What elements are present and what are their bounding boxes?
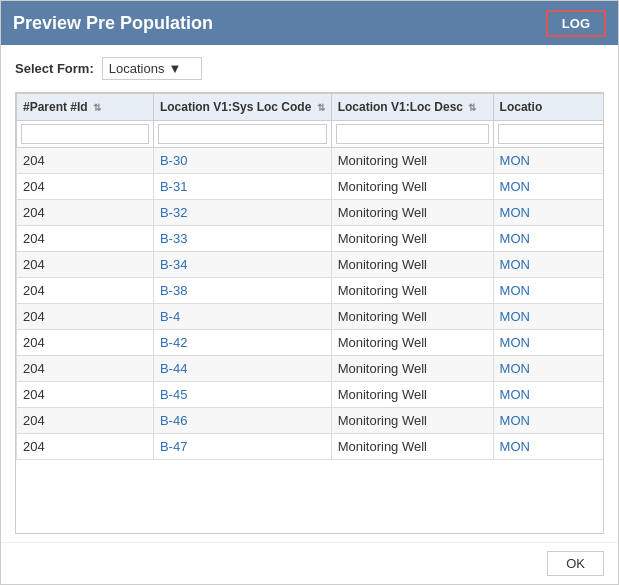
cell-parent-id: 204 (17, 382, 154, 408)
chevron-down-icon: ▼ (168, 61, 181, 76)
cell-loc-type: MON (493, 330, 604, 356)
cell-loc-type: MON (493, 382, 604, 408)
cell-loc-type: MON (493, 148, 604, 174)
modal-body: Select Form: Locations ▼ #Parent #Id ⇅ L… (1, 45, 618, 542)
cell-loc-desc: Monitoring Well (331, 226, 493, 252)
table-row: 204B-38Monitoring WellMON (17, 278, 605, 304)
cell-parent-id: 204 (17, 278, 154, 304)
cell-parent-id: 204 (17, 226, 154, 252)
col-loc-type-label: Locatio (500, 100, 543, 114)
col-sys-loc-code-label: Location V1:Sys Loc Code (160, 100, 311, 114)
cell-loc-type: MON (493, 174, 604, 200)
cell-loc-desc: Monitoring Well (331, 252, 493, 278)
log-button[interactable]: LOG (546, 10, 606, 37)
cell-sys-loc-code: B-30 (153, 148, 331, 174)
cell-parent-id: 204 (17, 434, 154, 460)
cell-loc-desc: Monitoring Well (331, 174, 493, 200)
cell-sys-loc-code: B-46 (153, 408, 331, 434)
cell-loc-type: MON (493, 408, 604, 434)
filter-loc-type[interactable] (498, 124, 604, 144)
col-loc-desc-label: Location V1:Loc Desc (338, 100, 463, 114)
ok-button[interactable]: OK (547, 551, 604, 576)
cell-parent-id: 204 (17, 330, 154, 356)
cell-parent-id: 204 (17, 148, 154, 174)
table-row: 204B-32Monitoring WellMON (17, 200, 605, 226)
cell-loc-type: MON (493, 278, 604, 304)
filter-parent-id[interactable] (21, 124, 149, 144)
cell-parent-id: 204 (17, 304, 154, 330)
modal-dialog: Preview Pre Population LOG Select Form: … (0, 0, 619, 585)
form-select[interactable]: Locations ▼ (102, 57, 202, 80)
table-row: 204B-47Monitoring WellMON (17, 434, 605, 460)
cell-loc-desc: Monitoring Well (331, 304, 493, 330)
cell-sys-loc-code: B-47 (153, 434, 331, 460)
table-row: 204B-34Monitoring WellMON (17, 252, 605, 278)
table-row: 204B-33Monitoring WellMON (17, 226, 605, 252)
cell-loc-desc: Monitoring Well (331, 278, 493, 304)
cell-parent-id: 204 (17, 174, 154, 200)
cell-sys-loc-code: B-45 (153, 382, 331, 408)
cell-loc-desc: Monitoring Well (331, 200, 493, 226)
filter-loc-desc[interactable] (336, 124, 489, 144)
form-select-value: Locations (109, 61, 165, 76)
col-parent-id-label: #Parent #Id (23, 100, 88, 114)
modal-title: Preview Pre Population (13, 13, 213, 34)
modal-footer: OK (1, 542, 618, 584)
cell-sys-loc-code: B-31 (153, 174, 331, 200)
table-filter-row (17, 121, 605, 148)
table-row: 204B-42Monitoring WellMON (17, 330, 605, 356)
cell-loc-type: MON (493, 226, 604, 252)
table-header-row: #Parent #Id ⇅ Location V1:Sys Loc Code ⇅… (17, 94, 605, 121)
cell-parent-id: 204 (17, 408, 154, 434)
col-sys-loc-code[interactable]: Location V1:Sys Loc Code ⇅ (153, 94, 331, 121)
col-loc-type[interactable]: Locatio (493, 94, 604, 121)
cell-loc-desc: Monitoring Well (331, 356, 493, 382)
cell-parent-id: 204 (17, 200, 154, 226)
cell-loc-desc: Monitoring Well (331, 148, 493, 174)
table-row: 204B-46Monitoring WellMON (17, 408, 605, 434)
cell-sys-loc-code: B-38 (153, 278, 331, 304)
cell-loc-type: MON (493, 434, 604, 460)
cell-loc-desc: Monitoring Well (331, 382, 493, 408)
data-table-container[interactable]: #Parent #Id ⇅ Location V1:Sys Loc Code ⇅… (15, 92, 604, 534)
sort-icon-parent-id: ⇅ (93, 102, 101, 113)
filter-sys-loc-code[interactable] (158, 124, 327, 144)
table-row: 204B-31Monitoring WellMON (17, 174, 605, 200)
table-row: 204B-30Monitoring WellMON (17, 148, 605, 174)
modal-header: Preview Pre Population LOG (1, 1, 618, 45)
cell-sys-loc-code: B-42 (153, 330, 331, 356)
cell-loc-type: MON (493, 200, 604, 226)
sort-icon-sys-loc-code: ⇅ (317, 102, 325, 113)
sort-icon-loc-desc: ⇅ (468, 102, 476, 113)
col-loc-desc[interactable]: Location V1:Loc Desc ⇅ (331, 94, 493, 121)
table-body: 204B-30Monitoring WellMON204B-31Monitori… (17, 148, 605, 460)
table-row: 204B-45Monitoring WellMON (17, 382, 605, 408)
cell-parent-id: 204 (17, 356, 154, 382)
cell-sys-loc-code: B-34 (153, 252, 331, 278)
cell-sys-loc-code: B-44 (153, 356, 331, 382)
form-label: Select Form: (15, 61, 94, 76)
data-table: #Parent #Id ⇅ Location V1:Sys Loc Code ⇅… (16, 93, 604, 460)
cell-loc-type: MON (493, 252, 604, 278)
cell-sys-loc-code: B-4 (153, 304, 331, 330)
cell-sys-loc-code: B-33 (153, 226, 331, 252)
cell-loc-type: MON (493, 304, 604, 330)
cell-loc-desc: Monitoring Well (331, 330, 493, 356)
cell-loc-type: MON (493, 356, 604, 382)
table-row: 204B-4Monitoring WellMON (17, 304, 605, 330)
form-row: Select Form: Locations ▼ (15, 57, 604, 80)
cell-parent-id: 204 (17, 252, 154, 278)
cell-sys-loc-code: B-32 (153, 200, 331, 226)
col-parent-id[interactable]: #Parent #Id ⇅ (17, 94, 154, 121)
cell-loc-desc: Monitoring Well (331, 434, 493, 460)
table-row: 204B-44Monitoring WellMON (17, 356, 605, 382)
cell-loc-desc: Monitoring Well (331, 408, 493, 434)
